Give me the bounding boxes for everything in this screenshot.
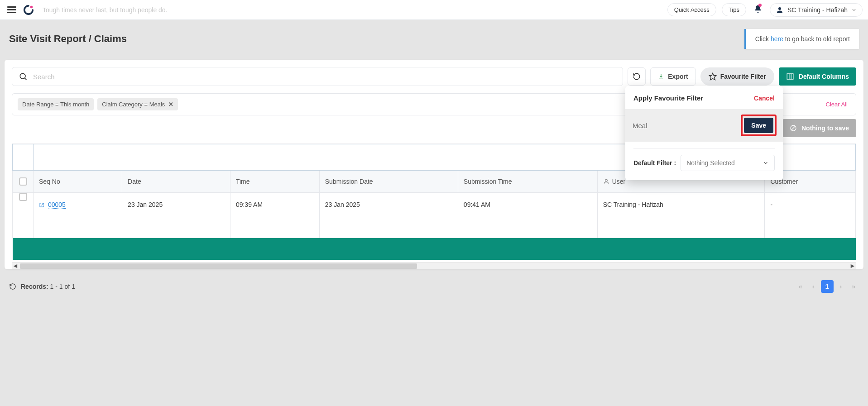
download-icon bbox=[658, 73, 664, 80]
favourite-filter-popover: Apply Favourite Filter Cancel Save Defau… bbox=[625, 86, 783, 180]
quick-access-button[interactable]: Quick Access bbox=[667, 3, 716, 16]
col-seq: Seq No bbox=[34, 171, 122, 193]
cell-user: SC Training - Hafizah bbox=[597, 193, 765, 238]
cell-date: 23 Jan 2025 bbox=[122, 193, 230, 238]
refresh-icon bbox=[633, 72, 641, 81]
chevron-down-icon bbox=[762, 160, 769, 166]
save-button-highlight: Save bbox=[741, 115, 777, 136]
star-icon bbox=[709, 72, 717, 81]
app-logo bbox=[24, 5, 34, 15]
seq-link[interactable]: 00005 bbox=[48, 201, 66, 209]
search-box[interactable] bbox=[12, 67, 623, 86]
default-filter-label: Default Filter : bbox=[633, 159, 676, 167]
table-row: 00005 23 Jan 2025 09:39 AM 23 Jan 2025 0… bbox=[13, 193, 856, 238]
col-sub-date: Submission Date bbox=[319, 171, 458, 193]
page-title: Site Visit Report / Claims bbox=[9, 33, 127, 45]
svg-line-3 bbox=[25, 78, 27, 80]
row-checkbox[interactable] bbox=[19, 193, 27, 201]
menu-icon[interactable] bbox=[5, 5, 18, 15]
user-icon bbox=[603, 178, 609, 185]
tips-button[interactable]: Tips bbox=[722, 3, 746, 16]
refresh-records-icon[interactable] bbox=[9, 283, 16, 290]
default-columns-button[interactable]: Default Columns bbox=[779, 67, 856, 86]
svg-point-0 bbox=[30, 5, 33, 8]
cell-customer: - bbox=[765, 193, 856, 238]
ban-icon bbox=[790, 124, 797, 132]
cell-sub-time: 09:41 AM bbox=[458, 193, 597, 238]
page-first[interactable]: « bbox=[795, 280, 806, 293]
notifications-icon[interactable] bbox=[752, 3, 764, 17]
export-button[interactable]: Export bbox=[650, 67, 695, 86]
save-button[interactable]: Save bbox=[744, 118, 773, 133]
popover-title: Apply Favourite Filter bbox=[633, 94, 703, 102]
svg-point-2 bbox=[20, 73, 25, 79]
page-current[interactable]: 1 bbox=[821, 280, 834, 293]
pagination: « ‹ 1 › » bbox=[795, 280, 859, 293]
records-value: 1 - 1 of 1 bbox=[50, 283, 75, 290]
back-to-old-report-link[interactable]: here bbox=[771, 35, 783, 43]
default-filter-value: Nothing Selected bbox=[686, 159, 735, 167]
page-next[interactable]: › bbox=[836, 280, 846, 293]
select-all-checkbox[interactable] bbox=[19, 177, 27, 186]
records-label: Records: bbox=[21, 283, 48, 290]
nothing-to-save-label: Nothing to save bbox=[801, 124, 849, 132]
filter-chip-date-range[interactable]: Date Range = This month bbox=[18, 98, 94, 110]
nothing-to-save-button[interactable]: Nothing to save bbox=[782, 119, 856, 137]
favourite-filter-button[interactable]: Favourite Filter bbox=[700, 67, 774, 86]
refresh-button[interactable] bbox=[628, 67, 646, 86]
cell-time: 09:39 AM bbox=[230, 193, 319, 238]
export-label: Export bbox=[668, 73, 688, 80]
table-summary-band bbox=[13, 238, 856, 260]
quote-text: Tough times never last, but tough people… bbox=[43, 6, 662, 14]
search-icon bbox=[19, 72, 28, 81]
col-sub-time: Submission Time bbox=[458, 171, 597, 193]
filter-name-input[interactable] bbox=[632, 121, 735, 130]
remove-chip-icon[interactable]: ✕ bbox=[168, 101, 173, 108]
svg-point-10 bbox=[605, 179, 607, 182]
col-date: Date bbox=[122, 171, 230, 193]
back-to-old-report-panel: Click here to go back to old report bbox=[744, 29, 859, 49]
default-columns-label: Default Columns bbox=[799, 73, 849, 80]
col-time: Time bbox=[230, 171, 319, 193]
favourite-filter-label: Favourite Filter bbox=[720, 73, 766, 80]
default-filter-select[interactable]: Nothing Selected bbox=[681, 155, 775, 171]
svg-rect-5 bbox=[787, 74, 793, 79]
user-name: SC Training - Hafizah bbox=[787, 6, 848, 14]
columns-icon bbox=[786, 72, 794, 81]
scroll-left-icon[interactable]: ◄ bbox=[12, 262, 19, 269]
open-external-icon[interactable] bbox=[39, 201, 48, 208]
user-menu[interactable]: SC Training - Hafizah bbox=[770, 3, 863, 17]
clear-all-filters[interactable]: Clear All bbox=[826, 101, 848, 108]
horizontal-scrollbar[interactable]: ◄ ► bbox=[12, 262, 856, 269]
cell-sub-date: 23 Jan 2025 bbox=[319, 193, 458, 238]
filter-chip-claim-category[interactable]: Claim Category = Meals ✕ bbox=[97, 98, 178, 110]
page-prev[interactable]: ‹ bbox=[809, 280, 818, 293]
page-last[interactable]: » bbox=[848, 280, 859, 293]
scroll-right-icon[interactable]: ► bbox=[849, 262, 856, 269]
svg-line-9 bbox=[791, 126, 795, 130]
svg-point-1 bbox=[778, 7, 781, 10]
cancel-button[interactable]: Cancel bbox=[754, 95, 775, 102]
svg-marker-4 bbox=[709, 73, 716, 80]
search-input[interactable] bbox=[32, 72, 616, 81]
